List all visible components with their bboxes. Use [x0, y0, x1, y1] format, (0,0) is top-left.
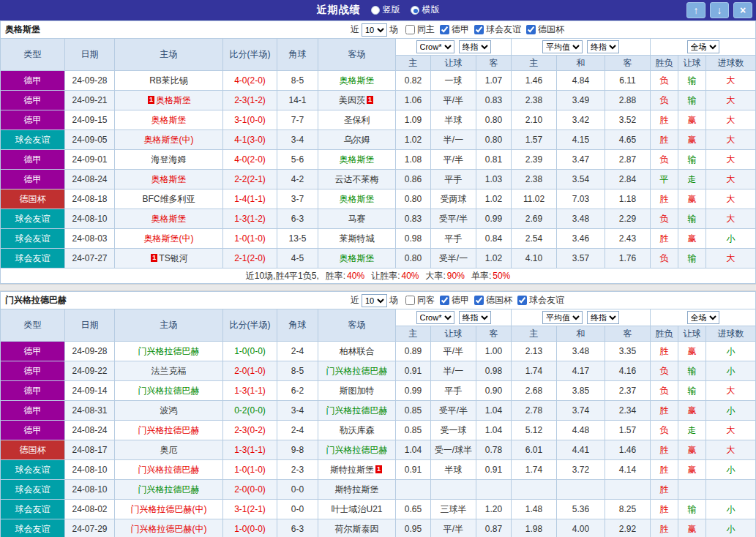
away-team-cell[interactable]: 莱斯特城 [318, 229, 396, 249]
column-subheader: 和 [557, 56, 605, 71]
away-team-cell[interactable]: 奥格斯堡 [318, 249, 396, 268]
home-team-cell[interactable]: 海登海姆 [115, 150, 223, 170]
filter-checkbox[interactable]: 德甲 [440, 23, 469, 36]
home-team-cell[interactable]: 门兴格拉德巴赫(中) [115, 500, 223, 519]
filter-checkbox[interactable]: 同主 [405, 23, 435, 36]
home-team-cell[interactable]: 门兴格拉德巴赫 [115, 421, 223, 440]
column-subheader: 客 [605, 326, 651, 342]
goals-result-cell: 小 [706, 519, 756, 537]
home-team-cell[interactable]: 法兰克福 [115, 361, 223, 381]
home-team-cell[interactable]: 奥格斯堡(中) [115, 229, 223, 249]
away-team-cell[interactable]: 奥格斯堡 [318, 71, 396, 91]
euro-odds-time-select[interactable]: 终指 [587, 40, 619, 53]
euro-odds-type-select[interactable]: 平均值 [542, 40, 583, 53]
home-team-cell[interactable]: 门兴格拉德巴赫(中) [115, 519, 223, 537]
asia-home-odds-cell: 1.08 [396, 150, 431, 170]
home-team-cell[interactable]: BFC维多利亚 [115, 189, 223, 209]
checkbox-input[interactable] [474, 25, 484, 34]
away-team-cell[interactable]: 圣保利 [318, 110, 396, 130]
checkbox-input[interactable] [440, 25, 449, 34]
checkbox-input[interactable] [440, 296, 449, 305]
handicap-result-cell: 赢 [678, 130, 706, 150]
away-team-name: 门兴格拉德巴赫 [326, 366, 388, 376]
filter-checkbox[interactable]: 德国杯 [474, 294, 512, 307]
match-scope-select[interactable]: 全场 [687, 40, 719, 53]
layout-radio-vertical[interactable]: 竖版 [371, 4, 400, 16]
euro-home-odds-cell: 11.02 [512, 189, 557, 209]
away-team-cell[interactable]: 门兴格拉德巴赫 [318, 361, 396, 381]
home-team-name: 门兴格拉德巴赫 [138, 386, 200, 396]
away-team-cell[interactable]: 奥格斯堡 [318, 150, 396, 170]
home-team-cell[interactable]: 奥格斯堡 [115, 209, 223, 229]
away-team-cell[interactable]: 斯特拉斯堡1 [318, 460, 396, 480]
home-team-cell[interactable]: 门兴格拉德巴赫 [115, 342, 223, 361]
scroll-down-button[interactable]: ↓ [710, 2, 729, 18]
result-cell: 胜 [651, 342, 678, 361]
away-team-cell[interactable]: 叶士域治U21 [318, 500, 396, 519]
asia-away-odds-cell: 0.81 [476, 150, 512, 170]
filter-checkbox[interactable]: 德国杯 [526, 23, 564, 36]
result-cell: 负 [651, 421, 678, 440]
away-team-cell[interactable]: 马赛 [318, 209, 396, 229]
handicap-result-cell: 赢 [678, 460, 706, 480]
home-team-cell[interactable]: 奥格斯堡 [115, 110, 223, 130]
away-team-cell[interactable]: 门兴格拉德巴赫 [318, 440, 396, 460]
home-team-cell[interactable]: 奥厄 [115, 440, 223, 460]
filter-checkbox[interactable]: 球会友谊 [474, 23, 521, 36]
asia-odds-select-cell: Crow*终指 [396, 309, 512, 326]
asia-handicap-cell: 受两球 [431, 189, 476, 209]
filter-checkbox[interactable]: 球会友谊 [517, 294, 564, 307]
checkbox-input[interactable] [517, 296, 527, 305]
away-team-cell[interactable]: 柏林联合 [318, 342, 396, 361]
match-row: 德甲24-09-28RB莱比锡4-0(2-0)8-5奥格斯堡0.82一球1.07… [1, 71, 756, 91]
close-button[interactable]: × [733, 2, 752, 18]
odds-company-select[interactable]: Crow* [416, 40, 454, 53]
league-badge: 德甲 [1, 381, 64, 400]
euro-home-odds-cell: 5.12 [512, 421, 557, 440]
euro-odds-type-select[interactable]: 平均值 [542, 311, 583, 324]
euro-odds-time-select[interactable]: 终指 [587, 311, 619, 324]
checkbox-input[interactable] [405, 25, 415, 34]
home-team-cell[interactable]: 1TS银河 [115, 249, 223, 268]
away-team-cell[interactable]: 门兴格拉德巴赫 [318, 401, 396, 421]
euro-draw-odds-cell: 3.54 [557, 170, 605, 189]
home-team-cell[interactable]: 1奥格斯堡 [115, 91, 223, 110]
home-team-cell[interactable]: 奥格斯堡 [115, 170, 223, 189]
euro-away-odds-cell: 2.88 [605, 91, 651, 110]
checkbox-input[interactable] [526, 25, 536, 34]
home-team-cell[interactable]: 门兴格拉德巴赫 [115, 381, 223, 401]
checkbox-input[interactable] [405, 296, 415, 305]
match-count-select[interactable]: 10 [362, 294, 387, 307]
away-team-cell[interactable]: 乌尔姆 [318, 130, 396, 150]
away-team-cell[interactable]: 斯特拉斯堡 [318, 480, 396, 500]
home-team-cell[interactable]: 门兴格拉德巴赫 [115, 460, 223, 480]
layout-radio-horizontal[interactable]: 横版 [411, 4, 440, 16]
away-team-cell[interactable]: 斯图加特 [318, 381, 396, 401]
away-team-cell[interactable]: 荷尔斯泰因 [318, 519, 396, 537]
away-team-cell[interactable]: 奥格斯堡 [318, 189, 396, 209]
home-team-cell[interactable]: RB莱比锡 [115, 71, 223, 91]
score-cell: 1-3(1-2) [223, 209, 277, 229]
away-team-cell[interactable]: 云达不莱梅 [318, 170, 396, 189]
filter-checkbox[interactable]: 同客 [405, 294, 435, 307]
checkbox-label: 球会友谊 [529, 294, 564, 307]
close-icon: × [740, 4, 746, 16]
away-team-cell[interactable]: 勒沃库森 [318, 421, 396, 440]
scroll-up-button[interactable]: ↑ [686, 2, 706, 18]
radio-icon [371, 6, 380, 15]
home-team-cell[interactable]: 波鸿 [115, 401, 223, 421]
handicap-result-cell: 赢 [678, 342, 706, 361]
home-team-cell[interactable]: 奥格斯堡(中) [115, 130, 223, 150]
home-team-cell[interactable]: 门兴格拉德巴赫 [115, 480, 223, 500]
odds-company-select[interactable]: Crow* [416, 311, 454, 324]
asia-odds-time-select[interactable]: 终指 [459, 40, 491, 53]
checkbox-input[interactable] [474, 296, 484, 305]
match-scope-select[interactable]: 全场 [687, 311, 719, 324]
away-team-cell[interactable]: 美因茨1 [318, 91, 396, 110]
asia-odds-time-select[interactable]: 终指 [459, 311, 491, 324]
match-count-select[interactable]: 10 [362, 23, 387, 37]
league-cell: 球会友谊 [1, 130, 65, 150]
filter-checkbox[interactable]: 德甲 [440, 294, 469, 307]
euro-draw-odds-cell: 4.41 [557, 440, 605, 460]
goals-result-cell: 小 [706, 342, 756, 361]
